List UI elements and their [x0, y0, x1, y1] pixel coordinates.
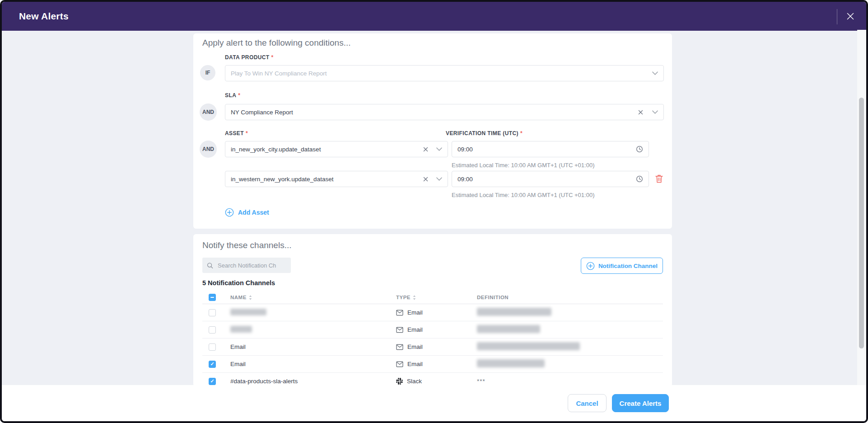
channels-card: Notify these channels... Notification Ch…	[193, 234, 672, 387]
estimated-local-time: Estimated Local Time: 10:00 AM GMT+1 (UT…	[452, 162, 594, 169]
table-row[interactable]: Email	[202, 304, 663, 321]
email-icon	[396, 344, 403, 350]
new-alerts-modal: New Alerts Apply alert to the following …	[0, 0, 868, 423]
channels-section-title: Notify these channels...	[202, 240, 292, 250]
required-asterisk: *	[246, 130, 248, 136]
redacted-definition	[477, 342, 580, 350]
row-checkbox[interactable]	[209, 343, 216, 351]
clear-icon[interactable]	[423, 147, 428, 152]
conditions-section-title: Apply alert to the following conditions.…	[202, 38, 350, 48]
trash-icon	[655, 174, 663, 183]
chevron-down-icon[interactable]	[652, 110, 658, 114]
data-product-value: Play To Win NY Compliance Report	[231, 70, 646, 77]
close-icon	[846, 12, 854, 20]
sla-label: SLA*	[225, 92, 240, 99]
clock-icon[interactable]	[636, 175, 643, 183]
verification-time-input[interactable]: 09:00	[452, 171, 649, 187]
search-icon	[207, 262, 213, 269]
table-header-row: NAME TYPE DEFINITION	[202, 291, 663, 304]
conditions-card: Apply alert to the following conditions.…	[193, 33, 672, 229]
asset-value: in_western_new_york.update_dataset	[231, 176, 417, 183]
row-checkbox[interactable]	[209, 361, 216, 368]
page-title: New Alerts	[19, 11, 69, 22]
required-asterisk: *	[271, 54, 274, 61]
estimated-local-time: Estimated Local Time: 10:00 AM GMT+1 (UT…	[452, 192, 594, 198]
header-divider	[837, 9, 837, 24]
redacted-definition	[477, 359, 545, 367]
time-value: 09:00	[457, 176, 630, 183]
scrollbar-thumb[interactable]	[859, 98, 864, 348]
sla-select[interactable]: NY Compliance Report	[225, 104, 664, 120]
row-checkbox[interactable]	[209, 378, 216, 385]
row-checkbox[interactable]	[209, 326, 216, 334]
and-connector-badge: AND	[200, 141, 217, 158]
table-row[interactable]: Email Email	[202, 338, 663, 356]
search-input[interactable]	[217, 262, 286, 269]
clock-icon[interactable]	[636, 146, 643, 153]
required-asterisk: *	[520, 130, 523, 136]
if-connector-badge: IF	[200, 65, 215, 80]
row-checkbox[interactable]	[209, 309, 216, 316]
chevron-down-icon[interactable]	[652, 71, 658, 75]
plus-circle-icon	[586, 262, 595, 270]
delete-asset-button[interactable]	[655, 174, 663, 185]
column-header-definition: DEFINITION	[477, 295, 663, 300]
required-asterisk: *	[238, 92, 240, 99]
column-header-name[interactable]: NAME	[230, 295, 396, 300]
sort-icon	[413, 295, 416, 300]
search-input-wrap	[202, 258, 291, 273]
plus-circle-icon	[225, 208, 234, 217]
data-product-select[interactable]: Play To Win NY Compliance Report	[225, 65, 664, 81]
asset-value: in_new_york_city.update_dataset	[231, 146, 417, 153]
redacted-definition	[477, 308, 551, 316]
sort-icon	[249, 295, 252, 300]
verification-time-label: VERIFICATION TIME (UTC)*	[446, 130, 523, 136]
slack-icon	[396, 378, 403, 385]
add-notification-channel-button[interactable]: Notification Channel	[581, 258, 663, 274]
scrollbar-track[interactable]	[857, 30, 866, 387]
email-icon	[396, 310, 403, 316]
email-icon	[396, 361, 403, 367]
and-connector-badge: AND	[200, 103, 217, 121]
close-button[interactable]	[843, 9, 858, 24]
add-asset-button[interactable]: Add Asset	[225, 208, 269, 217]
asset-select[interactable]: in_new_york_city.update_dataset	[225, 141, 448, 157]
redacted-name	[230, 309, 266, 315]
chevron-down-icon[interactable]	[436, 177, 442, 181]
sla-value: NY Compliance Report	[231, 109, 632, 116]
email-icon	[396, 327, 403, 333]
add-asset-label: Add Asset	[238, 209, 269, 216]
asset-label: ASSET*	[225, 130, 248, 136]
chevron-down-icon[interactable]	[436, 147, 442, 151]
cancel-button[interactable]: Cancel	[568, 394, 607, 412]
channels-table: NAME TYPE DEFINITION	[202, 291, 663, 390]
clear-icon[interactable]	[423, 177, 428, 182]
modal-footer: Cancel Create Alerts	[2, 385, 866, 421]
table-row[interactable]: Email Email	[202, 356, 663, 373]
time-value: 09:00	[457, 146, 630, 153]
column-header-type[interactable]: TYPE	[396, 295, 477, 300]
clear-icon[interactable]	[638, 110, 643, 115]
channel-count: 5 Notification Channels	[202, 279, 275, 287]
redacted-name	[230, 326, 252, 333]
select-all-checkbox[interactable]	[209, 294, 216, 301]
add-notification-channel-label: Notification Channel	[598, 263, 658, 269]
table-row[interactable]: Email	[202, 321, 663, 338]
asset-select[interactable]: in_western_new_york.update_dataset	[225, 171, 448, 187]
data-product-label: DATA PRODUCT*	[225, 54, 274, 61]
create-alerts-button[interactable]: Create Alerts	[612, 394, 669, 412]
modal-header: New Alerts	[2, 2, 866, 31]
verification-time-input[interactable]: 09:00	[452, 141, 649, 157]
redacted-definition	[477, 325, 540, 333]
